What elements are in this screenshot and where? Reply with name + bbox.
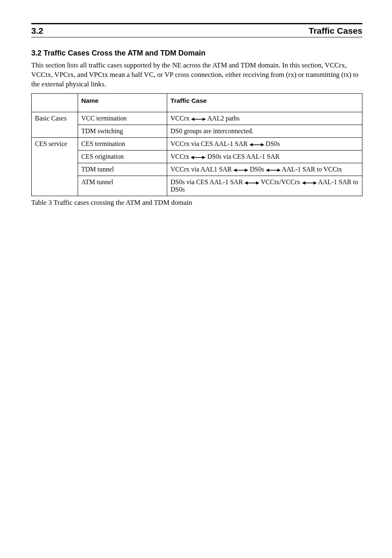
- double-arrow-icon: [249, 142, 264, 147]
- table-row: ATM tunnel DS0s via CES AAL-1 SAR VCCtx/…: [32, 176, 362, 196]
- page-header: 3.2 Traffic Cases: [31, 23, 362, 37]
- cell-name: VCC termination: [78, 112, 167, 125]
- svg-marker-19: [302, 181, 305, 185]
- double-arrow-icon: [266, 168, 281, 173]
- double-arrow-icon: [302, 181, 317, 185]
- section-title: Traffic Cases: [309, 26, 362, 36]
- cell-case: VCCtx DS0s via CES AAL-1 SAR: [167, 150, 362, 163]
- col-header-blank: [32, 93, 78, 112]
- svg-marker-13: [266, 169, 269, 172]
- cell-name: CES origination: [78, 150, 167, 163]
- table-row: CES service CES termination VCCrx via CE…: [32, 137, 362, 150]
- svg-marker-16: [244, 181, 248, 185]
- traffic-cases-table: Name Traffic Case Basic Cases VCC termin…: [31, 93, 362, 207]
- table-row: TDM tunnel VCCrx via AAL1 SAR DS0s AAL-1…: [32, 163, 362, 176]
- svg-marker-1: [191, 118, 194, 121]
- double-arrow-icon: [233, 168, 248, 173]
- cell-case: DS0s via CES AAL-1 SAR VCCtx/VCCrx AAL-1…: [167, 176, 362, 196]
- svg-marker-20: [314, 181, 317, 185]
- cell-case: DS0 groups are interconnected.: [167, 125, 362, 137]
- cell-category: CES service: [32, 137, 78, 196]
- svg-marker-8: [202, 156, 205, 159]
- svg-marker-17: [256, 181, 259, 185]
- cell-name: TDM tunnel: [78, 163, 167, 176]
- svg-marker-5: [261, 143, 264, 146]
- table-row: CES origination VCCtx DS0s via CES AAL-1…: [32, 150, 362, 163]
- intro-paragraph: This section lists all traffic cases sup…: [31, 61, 362, 89]
- cell-name: ATM tunnel: [78, 176, 167, 196]
- table-row: Basic Cases VCC termination VCCrx AAL2 p…: [32, 112, 362, 125]
- svg-marker-4: [249, 143, 253, 146]
- cell-name: TDM switching: [78, 125, 167, 137]
- table-header-row: Name Traffic Case: [32, 93, 362, 112]
- double-arrow-icon: [191, 155, 205, 160]
- cell-case: VCCrx AAL2 paths: [167, 112, 362, 125]
- section-number: 3.2: [31, 26, 43, 36]
- cell-case: VCCrx via CES AAL-1 SAR DS0s: [167, 137, 362, 150]
- cell-case: VCCrx via AAL1 SAR DS0s AAL-1 SAR to VCC…: [167, 163, 362, 176]
- svg-marker-10: [233, 169, 237, 172]
- svg-marker-14: [277, 169, 281, 172]
- heading-3-2: 3.2 Traffic Cases Cross the ATM and TDM …: [31, 49, 362, 58]
- svg-marker-11: [245, 169, 248, 172]
- svg-marker-7: [191, 156, 194, 159]
- col-header-case: Traffic Case: [167, 93, 362, 112]
- double-arrow-icon: [244, 181, 259, 185]
- cell-name: CES termination: [78, 137, 167, 150]
- table-row: TDM switching DS0 groups are interconnec…: [32, 125, 362, 137]
- cell-category: Basic Cases: [32, 112, 78, 137]
- svg-marker-2: [203, 118, 206, 121]
- table-caption: Table 3 Traffic cases crossing the ATM a…: [31, 199, 362, 207]
- double-arrow-icon: [191, 117, 206, 122]
- col-header-name: Name: [78, 93, 167, 112]
